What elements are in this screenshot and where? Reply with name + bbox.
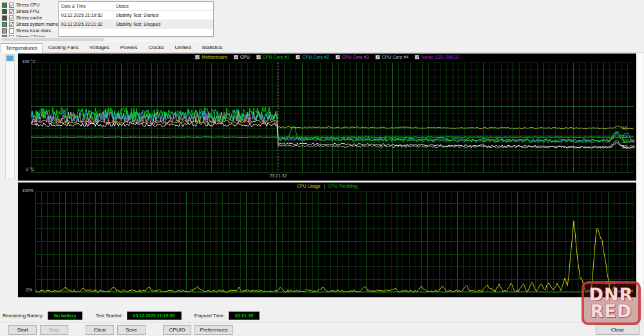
log-column-datetime: Date & Time [59, 2, 113, 10]
chart-vscrollbar-thumb[interactable] [6, 55, 14, 61]
battery-value: No battery [48, 311, 83, 320]
y-axis-min-label: 0% [26, 288, 32, 292]
cpuid-button[interactable]: CPUID [163, 325, 191, 335]
stress-checkbox[interactable]: ✓ [9, 22, 14, 27]
status-bar: Remaining Battery: No battery Test Start… [3, 311, 272, 321]
chart-tabbar: TemperaturesCooling FansVoltagesPowersCl… [0, 43, 644, 53]
stress-checkbox[interactable]: ✓ [9, 3, 14, 8]
temperatures-plot: 403228282223 [18, 54, 636, 181]
stress-option-row: ✓Stress cache [2, 15, 57, 21]
current-value-label: 28 [622, 139, 627, 143]
save-button[interactable]: Save [117, 325, 146, 335]
legend-checkbox[interactable]: ✓ [336, 55, 340, 59]
legend-label: Netac SSD 256GB [421, 55, 459, 59]
series-netac-ssd-256gb [31, 137, 634, 137]
legend-checkbox[interactable]: ✓ [195, 55, 200, 59]
stress-option-row: ✓Stress CPU [2, 2, 57, 8]
legend-label: Motherboard [202, 55, 227, 59]
test-started-value: 03.12.2025 21:19:52 [127, 311, 182, 320]
legend-checkbox[interactable]: ✓ [375, 55, 380, 59]
y-axis-min-label: 0 °C [26, 167, 35, 172]
stress-option-label: Stress local disks [16, 28, 51, 33]
dnr-red-watermark: DNR RED [582, 281, 641, 325]
stress-option-row: ✓Stress system memory [2, 21, 57, 27]
top-panel-hscrollbar-thumb[interactable] [1, 38, 104, 41]
log-cell-datetime: 03.12.2025 23:21:32 [59, 20, 113, 28]
chart-title-part: CPU Usage [297, 184, 321, 188]
log-row[interactable]: 03.12.2025 23:21:32Stability Test: Stopp… [59, 20, 213, 29]
disk-icon [2, 28, 7, 34]
chart-title-part: CPU Throttling [328, 184, 358, 188]
tab-voltages[interactable]: Voltages [84, 43, 115, 52]
tab-temperatures[interactable]: Temperatures [1, 43, 43, 53]
stability-test-window: ✓Stress CPU✓Stress FPU✓Stress cache✓Stre… [0, 0, 644, 336]
current-value-label: 32 [622, 134, 627, 139]
legend-label: CPU Core #4 [382, 55, 409, 59]
stress-checkbox[interactable]: ✓ [9, 9, 14, 14]
current-value-label: 28 [630, 139, 635, 143]
stress-option-label: Stress CPU [16, 3, 40, 7]
legend-item: ✓CPU Core #4 [375, 55, 409, 59]
legend-checkbox[interactable]: ✓ [296, 55, 300, 59]
cpu-usage-chart: 1.3% CPU Usage|CPU Throttling 100% 0% [18, 183, 636, 297]
log-table-header: Date & TimeStatus [59, 2, 213, 11]
legend-item: ✓Motherboard [195, 55, 227, 59]
stress-option-label: Stress system memory [16, 22, 62, 26]
y-axis-max-label: 100% [22, 188, 33, 193]
cpu-usage-title: CPU Usage|CPU Throttling [18, 184, 636, 188]
log-cell-status: Stability Test: Stopped [113, 22, 213, 26]
chart-vscrollbar[interactable] [5, 54, 15, 179]
cpu-usage-plot: 1.3% [18, 183, 636, 297]
stress-checkbox[interactable] [9, 28, 14, 34]
event-log-table[interactable]: Date & TimeStatus03.12.2025 21:19:52Stab… [58, 1, 214, 37]
chart-right-margin [636, 54, 643, 297]
tab-powers[interactable]: Powers [115, 43, 143, 52]
stress-checkbox[interactable]: ✓ [9, 15, 14, 21]
chart-title-part: | [324, 184, 325, 188]
legend-checkbox[interactable]: ✓ [256, 55, 261, 59]
stress-option-label: Stress cache [16, 15, 42, 20]
preferences-button[interactable]: Preferences [194, 325, 233, 335]
button-bar-separator [0, 322, 644, 323]
current-value-label: 40 [622, 126, 627, 130]
elapsed-time-label: Elapsed Time: [194, 313, 225, 319]
elapsed-time-value: 02:01:39 [229, 311, 260, 320]
tab-unified[interactable]: Unified [169, 43, 196, 52]
current-value-label: 22 [622, 144, 627, 149]
legend-label: CPU Core #3 [342, 55, 369, 59]
log-row-empty [59, 29, 213, 38]
stress-option-row: Stress local disks [2, 28, 57, 34]
test-started-label: Test Started: [95, 313, 122, 319]
tab-cooling-fans[interactable]: Cooling Fans [43, 43, 84, 52]
legend-item: ✓CPU Core #1 [256, 55, 290, 59]
legend-label: CPU [240, 55, 250, 59]
close-button[interactable]: Close [596, 324, 639, 335]
memory-icon [2, 22, 7, 27]
log-cell-datetime: 03.12.2025 21:19:52 [59, 11, 113, 19]
legend-label: CPU Core #1 [263, 55, 290, 59]
log-column-status: Status [113, 4, 213, 8]
watermark-line2: RED [591, 303, 632, 320]
legend-item: ✓CPU Core #2 [296, 55, 329, 59]
legend-checkbox[interactable]: ✓ [415, 55, 419, 59]
temperatures-chart: 403228282223 ✓Motherboard✓CPU✓CPU Core #… [18, 54, 636, 181]
clear-button[interactable]: Clear [86, 325, 114, 335]
current-value-label: 23 [630, 144, 635, 149]
cache-icon [2, 15, 7, 21]
tab-clocks[interactable]: Clocks [143, 43, 169, 52]
log-row[interactable]: 03.12.2025 21:19:52Stability Test: Start… [59, 11, 213, 20]
stress-option-row: ✓Stress FPU [2, 8, 57, 14]
log-cell-status: Stability Test: Started [113, 13, 213, 17]
y-axis-max-label: 100 °C [22, 59, 35, 64]
start-button[interactable]: Start [8, 325, 37, 335]
temperatures-legend: ✓Motherboard✓CPU✓CPU Core #1✓CPU Core #2… [18, 55, 636, 59]
cpu-icon [2, 3, 7, 8]
legend-item: ✓CPU [234, 55, 250, 59]
stop-button[interactable]: Stop [40, 325, 68, 335]
tab-statistics[interactable]: Statistics [196, 43, 227, 52]
legend-label: CPU Core #2 [302, 55, 329, 59]
series-cpu-usage [35, 221, 633, 292]
fpu-icon [2, 9, 7, 14]
stress-options-list: ✓Stress CPU✓Stress FPU✓Stress cache✓Stre… [2, 2, 57, 41]
legend-checkbox[interactable]: ✓ [234, 55, 238, 59]
